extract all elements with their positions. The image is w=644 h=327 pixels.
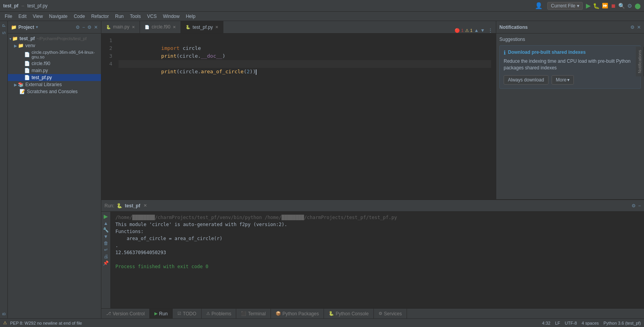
navigate-down-icon[interactable]: ▼ [480, 28, 485, 33]
menu-help[interactable]: Help [183, 12, 199, 21]
editor-tabs-bar: 🐍 main.py ✕ 📄 circle.f90 ✕ 🐍 test_pf.py … [101, 21, 496, 34]
tree-item-scratches[interactable]: 📝 Scratches and Consoles [8, 88, 101, 95]
project-tree: ▾ 📁 test_pf ~/PycharmProjects/test_pf ▶ … [8, 34, 101, 318]
indentation[interactable]: 4 spaces [582, 321, 599, 325]
circle-so-label: circle.cpython-36m-x86_64-linux-gnu.so [32, 50, 99, 59]
run-clear-icon[interactable]: 🗑 [104, 240, 108, 246]
encoding[interactable]: UTF-8 [565, 321, 577, 325]
notif-close-icon[interactable]: ✕ [637, 25, 641, 30]
menu-edit[interactable]: Edit [15, 12, 30, 21]
tabs-more-icon[interactable]: ⋮ [488, 28, 493, 33]
close-panel-icon[interactable]: ✕ [94, 25, 98, 30]
menu-run[interactable]: Run [112, 12, 127, 21]
menu-vcs[interactable]: VCS [144, 12, 160, 21]
token-doc: __doc__ [201, 53, 222, 59]
token-area-func: area_of_circle [201, 69, 244, 74]
run-close-icon[interactable]: ✕ [143, 203, 147, 208]
tree-item-ext-libs[interactable]: ▶ 📚 External Libraries [8, 81, 101, 88]
tab-test-pf-close[interactable]: ✕ [215, 25, 218, 29]
tab-main-py[interactable]: 🐍 main.py ✕ [101, 21, 140, 33]
tree-item-circle-f90[interactable]: 📄 circle.f90 [8, 60, 101, 67]
sync-icon[interactable]: ⚙ [76, 25, 80, 30]
run-icon[interactable]: ▶ [586, 2, 591, 9]
more-button[interactable]: More ▾ [552, 75, 574, 85]
run-toolbar: ▶ ▲ 🔧 ▼ 🗑 ↵ 🖨 📌 [101, 212, 111, 308]
menu-tools[interactable]: Tools [127, 12, 144, 21]
tab-circle-f90-label: circle.f90 [152, 24, 170, 30]
project-panel: 📁 Project ▾ ⚙ − ⚙ ✕ ▾ 📁 test_pf ~/Pychar… [8, 21, 101, 318]
project-panel-header: 📁 Project ▾ ⚙ − ⚙ ✕ [8, 21, 101, 34]
project-title: Project [18, 25, 34, 30]
menu-window[interactable]: Window [160, 12, 183, 21]
suggestion-actions: Always download More ▾ [504, 75, 637, 85]
run-wrench-icon[interactable]: 🔧 [103, 227, 109, 233]
maximize-icon[interactable]: ⬤ [635, 3, 641, 9]
menu-code[interactable]: Code [71, 12, 88, 21]
stop-icon[interactable]: ⏹ [610, 3, 616, 9]
tab-run[interactable]: ▶ Run [150, 309, 173, 319]
run-play-icon[interactable]: ▶ [104, 213, 108, 219]
status-warning-icon: ⚠ [3, 320, 7, 325]
structure-tool-button[interactable]: S [1, 30, 7, 36]
notifications-side-tab[interactable]: Notifications [636, 47, 644, 76]
run-print-icon[interactable]: 🖨 [104, 254, 108, 259]
debug-icon[interactable]: 🐛 [593, 3, 600, 9]
run-pin-icon[interactable]: 📌 [103, 260, 109, 266]
run-minimize-icon[interactable]: − [638, 203, 641, 209]
search-icon[interactable]: 🔍 [618, 3, 625, 9]
version-control-icon: ⎇ [106, 311, 111, 316]
notifications-body: Suggestions ℹ Download pre-built shared … [496, 34, 644, 92]
editor-code-content[interactable]: 1 2 3 4 import circle print(circle.__doc… [101, 34, 496, 199]
code-editor[interactable]: import circle print(circle.__doc__) prin… [114, 34, 496, 199]
tab-problems[interactable]: ⚠ Problems [202, 309, 237, 319]
token-print2: print [161, 69, 177, 74]
run-soft-wrap-icon[interactable]: ↵ [104, 247, 108, 253]
tab-todo[interactable]: ☑ TODO [173, 309, 201, 319]
tab-main-py-close[interactable]: ✕ [132, 25, 135, 29]
tab-services[interactable]: ⚙ Services [374, 309, 407, 319]
suggestion-title: Download pre-built shared indexes [508, 49, 586, 55]
tree-item-circle-so[interactable]: 📄 circle.cpython-36m-x86_64-linux-gnu.so [8, 49, 101, 60]
always-download-button[interactable]: Always download [504, 75, 548, 85]
run-scroll-down-icon[interactable]: ▼ [104, 234, 108, 239]
menu-file[interactable]: File [2, 12, 15, 21]
bookmarks-tool-button[interactable]: B [1, 311, 7, 317]
tab-test-pf-py[interactable]: 🐍 test_pf.py ✕ [181, 21, 223, 33]
editor-and-right-panel: 🐍 main.py ✕ 📄 circle.f90 ✕ 🐍 test_pf.py … [101, 21, 644, 199]
menu-navigate[interactable]: Navigate [46, 12, 71, 21]
tab-python-console[interactable]: 🐍 Python Console [324, 309, 374, 319]
cursor-position[interactable]: 4:32 [542, 321, 550, 325]
tree-item-root[interactable]: ▾ 📁 test_pf ~/PycharmProjects/test_pf [8, 35, 101, 42]
menu-view[interactable]: View [30, 12, 46, 21]
main-py-label: main.py [32, 68, 48, 73]
line-ending[interactable]: LF [555, 321, 560, 325]
ext-libs-arrow: ▶ [14, 83, 17, 87]
current-file-button[interactable]: Current File ▾ [547, 2, 583, 10]
python-console-label: Python Console [336, 311, 369, 316]
tab-terminal[interactable]: ⬛ Terminal [236, 309, 271, 319]
profile-icon[interactable]: 👤 [535, 2, 543, 9]
run-settings-icon[interactable]: ⚙ [632, 203, 636, 209]
project-tool-button[interactable]: P [1, 23, 7, 28]
tab-circle-f90[interactable]: 📄 circle.f90 ✕ [140, 21, 181, 33]
tree-item-main-py[interactable]: 📄 main.py [8, 67, 101, 74]
tab-version-control[interactable]: ⎇ Version Control [101, 309, 150, 319]
tree-item-test-pf-py[interactable]: 📄 test_pf.py [8, 74, 101, 81]
terminal-icon: ⬛ [241, 311, 246, 316]
collapse-icon[interactable]: − [82, 25, 85, 30]
suggestion-header: ℹ Download pre-built shared indexes [504, 49, 637, 56]
run-scroll-up-icon[interactable]: ▲ [104, 221, 108, 226]
navigate-up-icon[interactable]: ▲ [474, 28, 479, 33]
tab-python-packages[interactable]: 📦 Python Packages [271, 309, 324, 319]
settings-icon[interactable]: ⚙ [87, 25, 92, 30]
tab-circle-f90-close[interactable]: ✕ [173, 25, 176, 29]
notif-settings-icon[interactable]: ⚙ [630, 25, 635, 30]
tree-item-venv[interactable]: ▶ 📁 venv [8, 42, 101, 49]
project-dropdown-icon[interactable]: ▾ [36, 25, 38, 30]
status-warning-text[interactable]: PEP 8: W292 no newline at end of file [10, 321, 82, 325]
settings-icon[interactable]: ⚙ [627, 3, 632, 9]
menu-refactor[interactable]: Refactor [88, 12, 112, 21]
python-version[interactable]: Python 3.6 (test_pf) [603, 321, 641, 325]
code-line-1: import circle [119, 37, 491, 44]
profile-run-icon[interactable]: ⏩ [602, 3, 608, 9]
